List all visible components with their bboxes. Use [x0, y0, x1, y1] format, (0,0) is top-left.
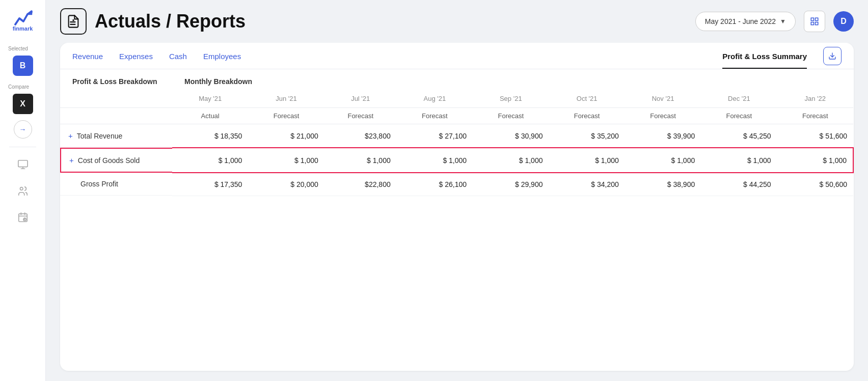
cogs-val-8: $ 1,000	[777, 148, 853, 173]
table-row: Gross Profit $ 17,350 $ 20,000 $22,800 $…	[60, 173, 853, 196]
gp-val-0: $ 17,350	[172, 173, 248, 196]
month-col-4: Sep '21	[473, 90, 549, 108]
svg-rect-21	[811, 22, 813, 25]
cogs-label: Cost of Goods Sold	[78, 156, 140, 165]
tab-employees[interactable]: Employees	[203, 43, 241, 69]
cogs-val-0: $ 1,000	[172, 148, 248, 173]
month-col-1: Jun '21	[248, 90, 324, 108]
selected-label: Selected	[0, 46, 28, 51]
month-col-0: May '21	[172, 90, 248, 108]
download-icon	[828, 52, 836, 60]
svg-point-6	[20, 187, 23, 190]
expand-cogs-button[interactable]: +	[69, 156, 74, 165]
monitor-icon	[17, 159, 29, 170]
cogs-val-5: $ 1,000	[549, 148, 625, 173]
svg-rect-19	[811, 18, 813, 20]
svg-point-16	[72, 19, 74, 21]
gp-val-4: $ 29,900	[473, 173, 549, 196]
compare-avatar[interactable]: X	[13, 94, 33, 114]
revenue-val-1: $ 21,000	[248, 124, 324, 148]
month-header-row: May '21 Jun '21 Jul '21 Aug '21 Sep '21 …	[60, 90, 853, 108]
logo-text: finmark	[13, 25, 33, 32]
col1-header: Profit & Loss Breakdown	[60, 69, 172, 90]
gp-val-8: $ 50,600	[777, 173, 853, 196]
user-avatar-button[interactable]: D	[833, 11, 854, 32]
gp-val-2: $22,800	[324, 173, 397, 196]
type-col-8: Forecast	[777, 108, 853, 124]
tab-bar: Revenue Expenses Cash Employees Profit &…	[60, 43, 854, 69]
cogs-val-1: $ 1,000	[248, 148, 324, 173]
gp-val-1: $ 20,000	[248, 173, 324, 196]
revenue-val-2: $23,800	[324, 124, 397, 148]
calendar-icon	[17, 212, 29, 223]
revenue-val-7: $ 45,250	[701, 124, 777, 148]
revenue-val-8: $ 51,600	[777, 124, 853, 148]
table-row: + Cost of Goods Sold $ 1,000 $ 1,000 $ 1…	[60, 148, 853, 173]
revenue-val-4: $ 30,900	[473, 124, 549, 148]
tab-expenses[interactable]: Expenses	[119, 43, 153, 69]
type-col-1: Forecast	[248, 108, 324, 124]
reports-icon	[66, 14, 80, 29]
month-col-3: Aug '21	[397, 90, 473, 108]
chevron-down-icon: ▼	[780, 18, 786, 25]
expand-revenue-button[interactable]: +	[68, 131, 73, 140]
revenue-val-5: $ 35,200	[549, 124, 625, 148]
grid-view-button[interactable]	[804, 11, 825, 32]
grid-icon	[810, 17, 819, 26]
revenue-val-3: $ 27,100	[397, 124, 473, 148]
gross-profit-label: Gross Profit	[80, 180, 118, 188]
tab-revenue[interactable]: Revenue	[72, 43, 103, 69]
cogs-val-6: $ 1,000	[625, 148, 701, 173]
svg-rect-3	[18, 160, 27, 167]
gp-val-5: $ 34,200	[549, 173, 625, 196]
gp-val-7: $ 44,250	[701, 173, 777, 196]
header: Actuals / Reports May 2021 - June 2022 ▼…	[46, 0, 868, 43]
date-range-button[interactable]: May 2021 - June 2022 ▼	[695, 12, 796, 31]
main-card: Revenue Expenses Cash Employees Profit &…	[60, 43, 854, 371]
page-icon	[60, 8, 87, 35]
type-col-2: Forecast	[324, 108, 397, 124]
month-col-7: Dec '21	[701, 90, 777, 108]
page-title: Actuals / Reports	[95, 11, 687, 32]
data-table-wrapper[interactable]: Profit & Loss Breakdown Monthly Breakdow…	[60, 69, 854, 371]
month-col-6: Nov '21	[625, 90, 701, 108]
type-col-0: Actual	[172, 108, 248, 124]
type-col-7: Forecast	[701, 108, 777, 124]
revenue-label: Total Revenue	[77, 132, 123, 140]
svg-rect-20	[816, 18, 818, 20]
cogs-val-7: $ 1,000	[701, 148, 777, 173]
section-header-row: Profit & Loss Breakdown Monthly Breakdow…	[60, 69, 853, 90]
gp-val-6: $ 38,900	[625, 173, 701, 196]
revenue-val-0: $ 18,350	[172, 124, 248, 148]
type-col-4: Forecast	[473, 108, 549, 124]
tab-pnl-summary[interactable]: Profit & Loss Summary	[722, 43, 807, 69]
main-content: Actuals / Reports May 2021 - June 2022 ▼…	[46, 0, 868, 381]
selected-avatar[interactable]: B	[13, 56, 33, 76]
compare-label: Compare	[0, 84, 29, 90]
tab-cash[interactable]: Cash	[169, 43, 187, 69]
content-area: Revenue Expenses Cash Employees Profit &…	[46, 43, 868, 381]
type-header-row: Actual Forecast Forecast Forecast Foreca…	[60, 108, 853, 124]
type-col-3: Forecast	[397, 108, 473, 124]
cogs-val-3: $ 1,000	[397, 148, 473, 173]
download-button[interactable]	[823, 47, 842, 65]
finmark-logo-icon	[13, 10, 33, 28]
logo: finmark	[10, 8, 36, 34]
sidebar-divider	[9, 147, 36, 147]
type-col-6: Forecast	[625, 108, 701, 124]
monitor-nav-item[interactable]	[12, 153, 34, 176]
gp-val-3: $ 26,100	[397, 173, 473, 196]
cogs-val-2: $ 1,000	[324, 148, 397, 173]
users-nav-item[interactable]	[12, 180, 34, 202]
data-table: Profit & Loss Breakdown Monthly Breakdow…	[60, 69, 854, 196]
sidebar: finmark Selected B Compare X →	[0, 0, 46, 381]
type-col-5: Forecast	[549, 108, 625, 124]
revenue-val-6: $ 39,900	[625, 124, 701, 148]
date-range-label: May 2021 - June 2022	[705, 17, 776, 25]
expand-sidebar-button[interactable]: →	[14, 120, 32, 139]
cogs-val-4: $ 1,000	[473, 148, 549, 173]
month-col-2: Jul '21	[324, 90, 397, 108]
table-row: + Total Revenue $ 18,350 $ 21,000 $23,80…	[60, 124, 853, 148]
calendar-nav-item[interactable]	[12, 206, 34, 229]
col2-header: Monthly Breakdown	[172, 69, 853, 90]
